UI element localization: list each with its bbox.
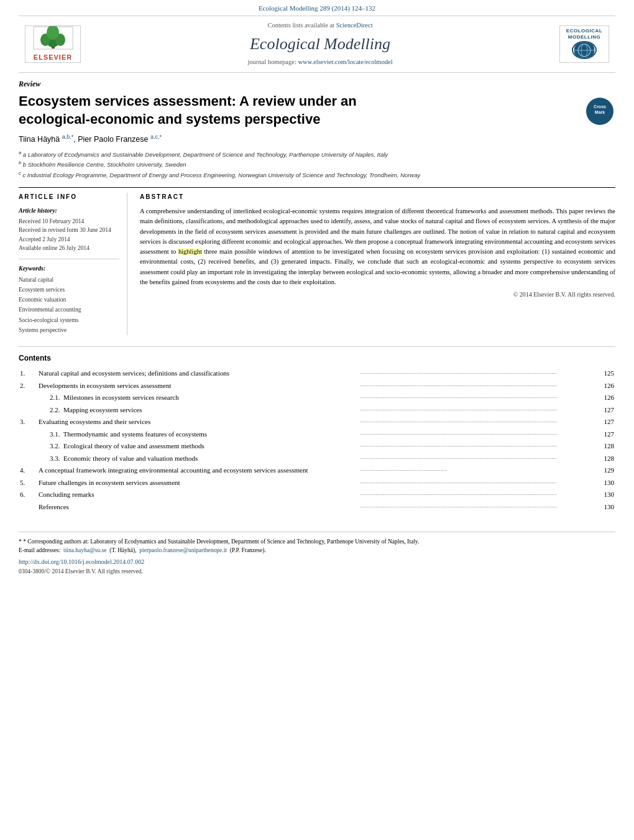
email1-link[interactable]: tiina.hayha@su.se [63,547,106,553]
toc-row-2-2: 2.2. Mapping ecosystem services ········… [19,404,615,416]
toc-label-2-2: 2.2. Mapping ecosystem services [37,404,357,416]
toc-row-1: 1. Natural capital and ecosystem service… [19,367,615,380]
toc-page-2-2: 127 [594,404,615,416]
toc-label-3-1: 3.1. Thermodynamic and systems features … [37,428,357,440]
toc-num-1: 1. [19,367,37,380]
toc-row-3: 3. Evaluating ecosystems and their servi… [19,416,615,428]
toc-label-ref: References [37,501,357,513]
page-wrapper: Ecological Modelling 289 (2014) 124–132 … [0,0,634,840]
sciencedirect-link: Contents lists available at ScienceDirec… [93,21,547,30]
toc-page-3: 127 [594,416,615,428]
abstract-text: A comprehensive understanding of interli… [140,206,615,287]
footer-section: * * Corresponding authors at: Laboratory… [19,532,615,576]
toc-page-4: 129 [594,464,615,477]
doi-link[interactable]: http://dx.doi.org/10.1016/j.ecolmodel.20… [19,558,144,565]
svg-text:Mark: Mark [595,110,605,114]
received-revised-date: Received in revised form 30 June 2014 [19,226,119,234]
copyright-line: © 2014 Elsevier B.V. All rights reserved… [140,290,615,299]
toc-label-3: Evaluating ecosystems and their services [37,416,357,428]
toc-row-3-3: 3.3. Economic theory of value and valuat… [19,452,615,464]
toc-label-6: Concluding remarks [37,489,357,501]
toc-page-3-3: 128 [594,452,615,464]
toc-dots-5: ········································… [357,476,594,489]
toc-dots-2-1: ········································… [357,392,594,404]
toc-row-6: 6. Concluding remarks ··················… [19,489,615,501]
toc-row-3-2: 3.2. Ecological theory of value and asse… [19,440,615,453]
elsevier-tree-icon [33,26,73,52]
contents-table: 1. Natural capital and ecosystem service… [19,367,615,513]
toc-dots-3-1: ········································… [357,428,594,440]
toc-dots-3-2: ········································… [357,440,594,453]
toc-label-3-2: 3.2. Ecological theory of value and asse… [37,440,357,453]
toc-dots-1: ········································… [357,367,594,380]
article-history: Article history: Received 10 February 20… [19,206,119,252]
toc-page-1: 125 [594,367,615,380]
toc-dots-6: ········································… [357,489,594,501]
abstract-heading: ABSTRACT [140,193,615,201]
toc-num-2: 2. [19,379,37,392]
available-date: Available online 26 July 2014 [19,244,119,252]
kw-2: Ecosystem services [19,285,119,295]
journal-homepage: journal homepage: www.elsevier.com/locat… [93,58,547,67]
svg-text:Cross: Cross [594,104,606,109]
received-date: Received 10 February 2014 [19,217,119,226]
email1-person: (T. Häyhä), [109,547,136,553]
crossmark-badge: Cross Mark [584,96,615,127]
two-column-section: ARTICLE INFO Article history: Received 1… [19,187,615,335]
toc-label-3-3: 3.3. Economic theory of value and valuat… [37,452,357,464]
email-label: E-mail addresses: [19,547,60,553]
accepted-date: Accepted 2 July 2014 [19,235,119,244]
corr-sup-2: * [159,134,162,140]
crossmark-circle: Cross Mark [586,98,613,125]
article-body: Review Ecosystem services assessment: A … [19,73,615,335]
journal-ref-link[interactable]: Ecological Modelling 289 (2014) 124–132 [259,4,375,12]
toc-num-6: 6. [19,489,37,501]
toc-page-2-1: 126 [594,392,615,404]
toc-page-6: 130 [594,489,615,501]
journal-center: Contents lists available at ScienceDirec… [81,21,559,67]
toc-num-ref [19,501,37,513]
journal-reference: Ecological Modelling 289 (2014) 124–132 [0,0,634,16]
affiliations: a a Laboratory of Ecodynamics and Sustai… [19,149,615,180]
article-history-title: Article history: [19,206,119,215]
journal-header: ELSEVIER Contents lists available at Sci… [19,16,615,73]
toc-num-3: 3. [19,416,37,428]
toc-label-1: Natural capital and ecosystem services; … [37,367,357,380]
authors-line: Tiina Häyhä a,b,*, Pier Paolo Franzese a… [19,133,615,145]
elsevier-logo: ELSEVIER [25,25,81,63]
journal-title: Ecological Modelling [93,33,547,55]
homepage-link[interactable]: www.elsevier.com/locate/ecolmodel [298,58,392,65]
toc-page-3-1: 127 [594,428,615,440]
kw-3: Economic valuation [19,295,119,305]
toc-label-4: A conceptual framework integrating envir… [37,464,357,477]
corresponding-author-note: * * Corresponding authors at: Laboratory… [19,537,615,555]
toc-row-ref: References ·····························… [19,501,615,513]
issn-line: 0304-3800/© 2014 Elsevier B.V. All right… [19,568,615,576]
toc-row-2-1: 2.1. Milestones in ecosystem services re… [19,392,615,404]
toc-dots-2-2: ········································… [357,404,594,416]
toc-num-5: 5. [19,476,37,489]
eco-modelling-logo: ECOLOGICALMODELLING [559,25,609,63]
affil-sup-ac: a,c, [150,134,160,140]
keywords-title: Keywords: [19,264,119,273]
article-info-column: ARTICLE INFO Article history: Received 1… [19,193,127,335]
elsevier-brand: ELSEVIER [34,53,72,62]
contents-section: Contents 1. Natural capital and ecosyste… [19,346,615,513]
toc-dots-2: ········································… [357,379,594,392]
affil-sup-a: a,b, [62,134,71,140]
toc-page-2: 126 [594,379,615,392]
keywords-section: Keywords: Natural capital Ecosystem serv… [19,264,119,335]
sciencedirect-anchor[interactable]: ScienceDirect [336,22,373,29]
toc-dots-3-3: ········································… [357,452,594,464]
toc-dots-ref: ········································… [357,501,594,513]
kw-4: Environmental accounting [19,305,119,315]
kw-5: Socio-ecological systems [19,315,119,325]
kw-1: Natural capital [19,275,119,285]
article-type: Review [19,79,615,90]
article-info-heading: ARTICLE INFO [19,193,119,201]
kw-6: Systems perspective [19,325,119,335]
toc-page-3-2: 128 [594,440,615,453]
toc-page-5: 130 [594,476,615,489]
email2-link[interactable]: pierpaolo.franzese@uniparthenope.it [139,547,227,553]
toc-num-blank-4 [19,440,37,453]
